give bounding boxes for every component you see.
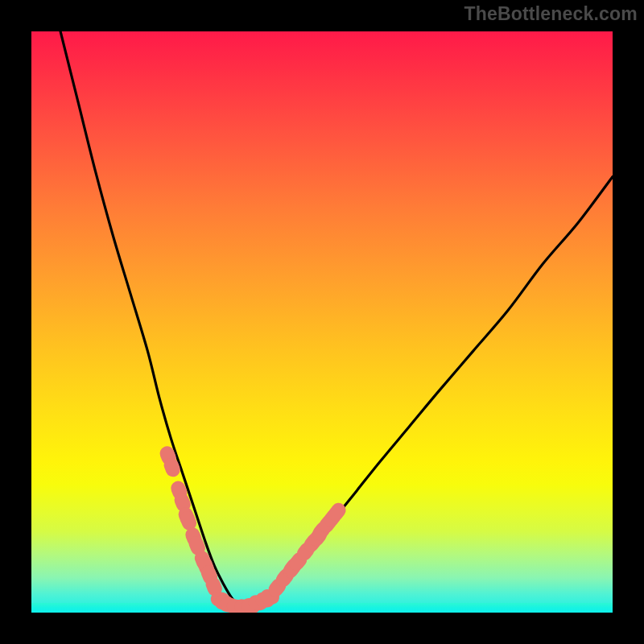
highlight-dots-left	[158, 444, 225, 598]
watermark-text: TheBottleneck.com	[464, 3, 638, 25]
chart-frame: TheBottleneck.com	[0, 0, 644, 644]
plot-area	[31, 31, 613, 613]
highlight-dots-right	[266, 500, 349, 600]
curve-layer	[31, 31, 613, 613]
